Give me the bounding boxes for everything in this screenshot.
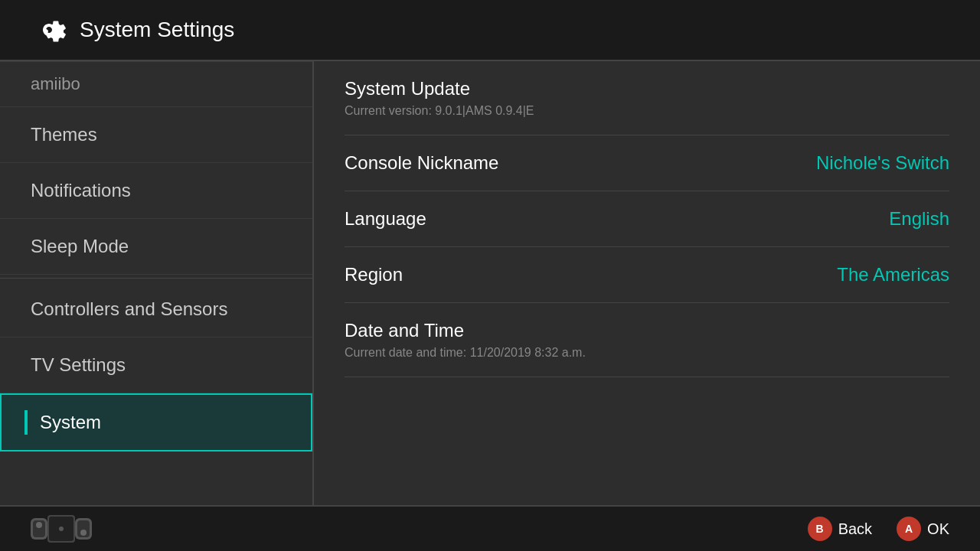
back-button[interactable]: B Back: [808, 517, 872, 541]
region-row[interactable]: Region The Americas: [345, 247, 949, 303]
system-update-label: System Update: [345, 78, 534, 99]
footer: B Back A OK: [0, 505, 980, 551]
date-and-time-sub: Current date and time: 11/20/2019 8:32 a…: [345, 346, 586, 360]
b-button-icon: B: [808, 517, 832, 541]
sidebar: amiibo Themes Notifications Sleep Mode C…: [0, 61, 314, 505]
svg-point-8: [59, 527, 64, 531]
page-title: System Settings: [80, 18, 234, 42]
date-and-time-row[interactable]: Date and Time Current date and time: 11/…: [345, 303, 949, 377]
language-row[interactable]: Language English: [345, 191, 949, 247]
sidebar-item-amiibo[interactable]: amiibo: [0, 61, 312, 107]
console-nickname-label: Console Nickname: [345, 152, 498, 174]
sidebar-item-controllers-and-sensors[interactable]: Controllers and Sensors: [0, 282, 312, 337]
system-update-sub: Current version: 9.0.1|AMS 0.9.4|E: [345, 104, 534, 118]
console-nickname-value: Nichole's Switch: [816, 152, 949, 174]
region-label: Region: [345, 264, 403, 285]
system-update-row[interactable]: System Update Current version: 9.0.1|AMS…: [345, 61, 949, 135]
language-value: English: [889, 208, 949, 230]
sidebar-item-tv-settings[interactable]: TV Settings: [0, 337, 312, 393]
sidebar-item-themes[interactable]: Themes: [0, 107, 312, 163]
region-value: The Americas: [837, 264, 949, 285]
sidebar-divider: [0, 278, 312, 279]
content-panel: System Update Current version: 9.0.1|AMS…: [314, 61, 980, 505]
gear-icon: [31, 11, 67, 48]
footer-left: [31, 515, 92, 543]
date-and-time-label: Date and Time: [345, 320, 586, 341]
header: System Settings: [0, 0, 980, 61]
switch-icon: [31, 515, 92, 543]
back-label: Back: [838, 520, 872, 538]
footer-right: B Back A OK: [808, 517, 949, 541]
sidebar-item-notifications[interactable]: Notifications: [0, 163, 312, 219]
ok-button[interactable]: A OK: [897, 517, 949, 541]
ok-label: OK: [927, 520, 949, 538]
sidebar-item-system[interactable]: System: [0, 393, 312, 452]
svg-point-6: [36, 522, 42, 528]
language-label: Language: [345, 208, 426, 230]
sidebar-item-sleep-mode[interactable]: Sleep Mode: [0, 219, 312, 275]
a-button-icon: A: [897, 517, 921, 541]
svg-point-7: [80, 530, 87, 536]
console-nickname-row[interactable]: Console Nickname Nichole's Switch: [345, 135, 949, 191]
main-content: amiibo Themes Notifications Sleep Mode C…: [0, 61, 980, 505]
